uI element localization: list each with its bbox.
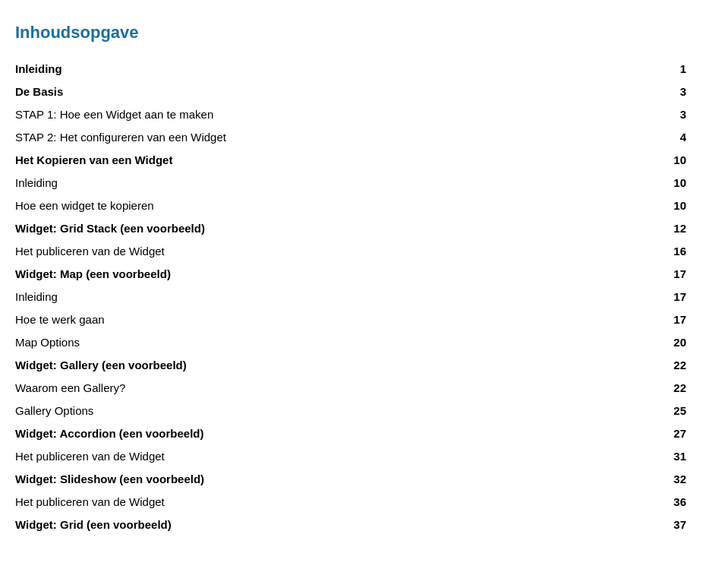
toc-page-3: 4 bbox=[622, 126, 690, 149]
toc-entry: STAP 2: Het configureren van een Widget4 bbox=[15, 126, 690, 149]
toc-page-5: 10 bbox=[622, 172, 690, 194]
toc-label-6: Hoe een widget te kopieren bbox=[15, 194, 622, 217]
toc-page-0: 1 bbox=[622, 58, 690, 81]
toc-page-1: 3 bbox=[622, 81, 690, 103]
toc-label-13: Widget: Gallery (een voorbeeld) bbox=[15, 354, 622, 377]
toc-label-4: Het Kopieren van een Widget bbox=[15, 149, 622, 172]
toc-label-2: STAP 1: Hoe een Widget aan te maken bbox=[15, 103, 622, 126]
toc-label-11: Hoe te werk gaan bbox=[15, 308, 622, 331]
toc-label-7: Widget: Grid Stack (een voorbeeld) bbox=[15, 217, 622, 240]
toc-entry: Map Options20 bbox=[15, 331, 690, 354]
toc-entry: Gallery Options25 bbox=[15, 400, 690, 422]
toc-page-15: 25 bbox=[622, 400, 690, 422]
toc-entry: Widget: Slideshow (een voorbeeld)32 bbox=[15, 468, 690, 491]
toc-page-16: 27 bbox=[622, 422, 690, 445]
toc-entry: STAP 1: Hoe een Widget aan te maken3 bbox=[15, 103, 690, 126]
toc-page-17: 31 bbox=[622, 445, 690, 468]
toc-entry: Het publiceren van de Widget31 bbox=[15, 445, 690, 468]
toc-page-13: 22 bbox=[622, 354, 690, 377]
toc-entry: Inleiding17 bbox=[15, 286, 690, 308]
toc-page-19: 36 bbox=[622, 491, 690, 514]
toc-label-20: Widget: Grid (een voorbeeld) bbox=[15, 514, 622, 536]
toc-entry: Het Kopieren van een Widget10 bbox=[15, 149, 690, 172]
toc-entry: Inleiding1 bbox=[15, 58, 690, 81]
toc-page-12: 20 bbox=[622, 331, 690, 354]
toc-page-4: 10 bbox=[622, 149, 690, 172]
toc-label-18: Widget: Slideshow (een voorbeeld) bbox=[15, 468, 622, 491]
toc-page-11: 17 bbox=[622, 308, 690, 331]
toc-entry: Widget: Accordion (een voorbeeld)27 bbox=[15, 422, 690, 445]
toc-label-14: Waarom een Gallery? bbox=[15, 377, 622, 400]
toc-label-1: De Basis bbox=[15, 81, 622, 103]
toc-page-18: 32 bbox=[622, 468, 690, 491]
toc-page-6: 10 bbox=[622, 194, 690, 217]
toc-label-10: Inleiding bbox=[15, 286, 622, 308]
toc-entry: Widget: Gallery (een voorbeeld)22 bbox=[15, 354, 690, 377]
toc-table: Inleiding1De Basis3STAP 1: Hoe een Widge… bbox=[15, 58, 690, 536]
toc-entry: Widget: Map (een voorbeeld)17 bbox=[15, 263, 690, 286]
toc-page-14: 22 bbox=[622, 377, 690, 400]
toc-entry: Inleiding10 bbox=[15, 172, 690, 194]
toc-label-5: Inleiding bbox=[15, 172, 622, 194]
toc-label-12: Map Options bbox=[15, 331, 622, 354]
toc-page-20: 37 bbox=[622, 514, 690, 536]
toc-page-9: 17 bbox=[622, 263, 690, 286]
toc-entry: Widget: Grid (een voorbeeld)37 bbox=[15, 514, 690, 536]
toc-entry: Hoe een widget te kopieren10 bbox=[15, 194, 690, 217]
toc-entry: Waarom een Gallery?22 bbox=[15, 377, 690, 400]
toc-label-0: Inleiding bbox=[15, 58, 622, 81]
toc-label-9: Widget: Map (een voorbeeld) bbox=[15, 263, 622, 286]
toc-page-10: 17 bbox=[622, 286, 690, 308]
toc-label-8: Het publiceren van de Widget bbox=[15, 240, 622, 263]
toc-label-19: Het publiceren van de Widget bbox=[15, 491, 622, 514]
toc-entry: De Basis3 bbox=[15, 81, 690, 103]
toc-label-16: Widget: Accordion (een voorbeeld) bbox=[15, 422, 622, 445]
toc-label-3: STAP 2: Het configureren van een Widget bbox=[15, 126, 622, 149]
toc-page-7: 12 bbox=[622, 217, 690, 240]
page-title: Inhoudsopgave bbox=[15, 23, 690, 43]
toc-entry: Widget: Grid Stack (een voorbeeld)12 bbox=[15, 217, 690, 240]
toc-page-2: 3 bbox=[622, 103, 690, 126]
toc-page-8: 16 bbox=[622, 240, 690, 263]
toc-entry: Het publiceren van de Widget36 bbox=[15, 491, 690, 514]
toc-entry: Het publiceren van de Widget16 bbox=[15, 240, 690, 263]
toc-label-17: Het publiceren van de Widget bbox=[15, 445, 622, 468]
toc-entry: Hoe te werk gaan17 bbox=[15, 308, 690, 331]
toc-label-15: Gallery Options bbox=[15, 400, 622, 422]
